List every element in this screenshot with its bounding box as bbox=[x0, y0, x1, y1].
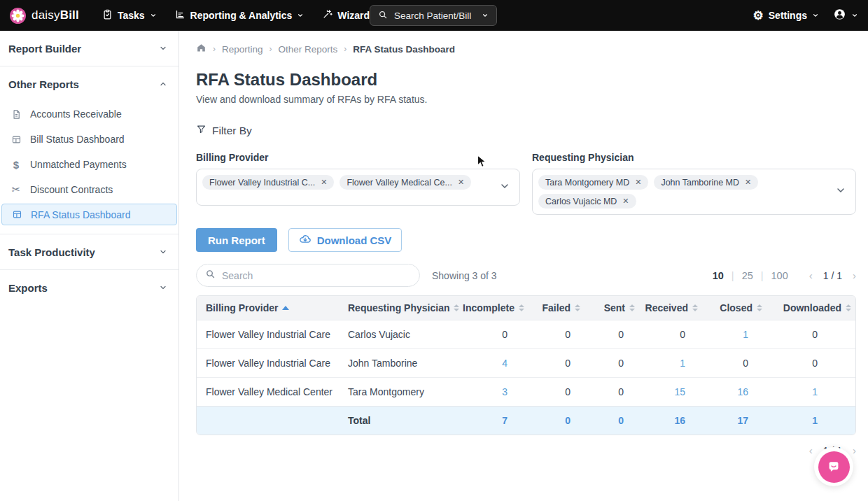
chip-label: Carlos Vujacic MD bbox=[545, 197, 617, 206]
chat-launcher-button[interactable] bbox=[814, 447, 853, 486]
remove-chip-icon[interactable]: ✕ bbox=[321, 178, 327, 187]
sidebar-item-unmatched-payments[interactable]: $ Unmatched Payments bbox=[0, 152, 178, 177]
closed-cell-link[interactable]: 16 bbox=[704, 386, 768, 397]
requesting-physician-select[interactable]: Tara Montgomery MD ✕ John Tamborine MD ✕… bbox=[532, 169, 856, 215]
page-size-separator: | bbox=[761, 270, 764, 281]
magic-wand-icon bbox=[322, 9, 332, 22]
breadcrumb-reporting[interactable]: Reporting bbox=[222, 44, 263, 55]
column-label: Received bbox=[645, 302, 688, 313]
column-downloaded[interactable]: Downloaded bbox=[768, 302, 856, 313]
sidebar: Report Builder Other Reports Accounts Re… bbox=[0, 31, 179, 501]
nav-reporting-analytics[interactable]: Reporting & Analytics bbox=[175, 9, 304, 22]
requesting-physician-cell: John Tamborine bbox=[339, 358, 462, 369]
chevron-down-icon bbox=[159, 283, 167, 292]
sort-asc-icon bbox=[282, 306, 289, 310]
column-sent[interactable]: Sent bbox=[586, 302, 640, 313]
page-subtitle: View and download summary of RFAs by RFA… bbox=[196, 94, 856, 105]
cloud-download-icon bbox=[299, 233, 312, 248]
total-downloaded[interactable]: 1 bbox=[768, 415, 856, 426]
document-icon bbox=[10, 109, 22, 120]
breadcrumb-current: RFA Status Dashboard bbox=[353, 44, 455, 55]
chevron-down-icon[interactable] bbox=[499, 181, 510, 195]
column-billing-provider[interactable]: Billing Provider bbox=[197, 302, 339, 313]
column-closed[interactable]: Closed bbox=[704, 302, 768, 313]
downloaded-cell: 0 bbox=[768, 329, 856, 340]
received-cell-link[interactable]: 15 bbox=[640, 386, 704, 397]
sidebar-section-report-builder[interactable]: Report Builder bbox=[0, 31, 178, 66]
dollar-icon: $ bbox=[10, 159, 22, 171]
sidebar-item-bill-status-dashboard[interactable]: Bill Status Dashboard bbox=[0, 127, 178, 152]
remove-chip-icon[interactable]: ✕ bbox=[635, 178, 641, 187]
sidebar-item-discount-contracts[interactable]: ✂ Discount Contracts bbox=[0, 177, 178, 202]
incomplete-cell: 0 bbox=[462, 329, 530, 340]
column-failed[interactable]: Failed bbox=[530, 302, 586, 313]
nav-settings[interactable]: ⚙ Settings bbox=[753, 10, 819, 22]
sort-icon bbox=[519, 304, 524, 311]
nav-account[interactable] bbox=[833, 8, 858, 23]
brand-name: daisyBill bbox=[31, 8, 79, 22]
column-incomplete[interactable]: Incomplete bbox=[462, 302, 530, 313]
search-patient-bill[interactable]: Search Patient/Bill bbox=[370, 5, 497, 26]
remove-chip-icon[interactable]: ✕ bbox=[622, 197, 629, 206]
scissors-icon: ✂ bbox=[10, 183, 22, 196]
closed-cell-link[interactable]: 1 bbox=[704, 329, 768, 340]
chevron-down-icon[interactable] bbox=[835, 185, 846, 199]
filter-chip: Tara Montgomery MD ✕ bbox=[538, 175, 648, 190]
brand-logo[interactable]: daisyBill bbox=[10, 8, 79, 24]
page-size-25[interactable]: 25 bbox=[742, 270, 753, 281]
filter-by-heading: Filter By bbox=[196, 124, 856, 137]
table-search bbox=[196, 264, 420, 287]
sort-icon bbox=[629, 304, 635, 311]
incomplete-cell-link[interactable]: 3 bbox=[462, 386, 530, 397]
billing-provider-cell: Flower Valley Industrial Care bbox=[197, 358, 339, 369]
total-sent[interactable]: 0 bbox=[586, 415, 640, 426]
nav-settings-label: Settings bbox=[769, 10, 807, 21]
nav-wizard-label: Wizard bbox=[337, 10, 370, 21]
pager-top: ‹ 1 / 1 › bbox=[809, 269, 856, 281]
next-page-icon[interactable]: › bbox=[853, 269, 856, 281]
sidebar-section-task-productivity[interactable]: Task Productivity bbox=[0, 234, 178, 269]
table-search-input[interactable] bbox=[222, 270, 411, 281]
user-account-icon bbox=[833, 8, 846, 23]
nav-tasks[interactable]: Tasks bbox=[102, 9, 157, 22]
billing-provider-label: Billing Provider bbox=[196, 152, 520, 163]
search-icon bbox=[378, 10, 388, 22]
run-report-button[interactable]: Run Report bbox=[196, 228, 277, 252]
sidebar-section-label: Task Productivity bbox=[8, 246, 95, 258]
total-failed[interactable]: 0 bbox=[530, 415, 586, 426]
home-icon[interactable] bbox=[196, 43, 206, 55]
prev-page-icon[interactable]: ‹ bbox=[809, 269, 813, 281]
page-size-100[interactable]: 100 bbox=[771, 270, 788, 281]
received-cell-link[interactable]: 1 bbox=[640, 358, 704, 369]
clipboard-icon bbox=[102, 9, 113, 22]
incomplete-cell-link[interactable]: 4 bbox=[462, 358, 530, 369]
next-page-icon[interactable]: › bbox=[853, 444, 856, 456]
downloaded-cell-link[interactable]: 1 bbox=[768, 386, 856, 397]
column-requesting-physician[interactable]: Requesting Physician bbox=[339, 302, 462, 313]
sidebar-section-other-reports[interactable]: Other Reports bbox=[0, 66, 178, 101]
download-csv-button[interactable]: Download CSV bbox=[288, 228, 402, 252]
column-received[interactable]: Received bbox=[640, 302, 704, 313]
remove-chip-icon[interactable]: ✕ bbox=[745, 178, 751, 187]
sidebar-item-rfa-status-dashboard[interactable]: RFA Status Dashboard bbox=[1, 204, 177, 225]
total-closed[interactable]: 17 bbox=[704, 415, 768, 426]
prev-page-icon[interactable]: ‹ bbox=[809, 444, 813, 456]
sidebar-item-label: RFA Status Dashboard bbox=[31, 209, 130, 220]
sidebar-item-accounts-receivable[interactable]: Accounts Receivable bbox=[0, 101, 178, 127]
sidebar-section-exports[interactable]: Exports bbox=[0, 270, 178, 305]
remove-chip-icon[interactable]: ✕ bbox=[458, 178, 464, 187]
breadcrumb-other-reports[interactable]: Other Reports bbox=[279, 44, 338, 55]
chevron-up-icon bbox=[159, 80, 167, 88]
sort-icon bbox=[692, 304, 698, 311]
failed-cell: 0 bbox=[530, 386, 586, 397]
sidebar-item-label: Bill Status Dashboard bbox=[30, 134, 125, 145]
page-size-10[interactable]: 10 bbox=[713, 270, 724, 281]
chevron-down-icon bbox=[297, 10, 304, 21]
billing-provider-select[interactable]: Flower Valley Industrial C... ✕ Flower V… bbox=[196, 169, 520, 206]
filter-chip: John Tamborine MD ✕ bbox=[654, 175, 758, 190]
total-incomplete[interactable]: 7 bbox=[462, 415, 530, 426]
rfa-status-table: Billing Provider Requesting Physician In… bbox=[196, 295, 856, 435]
downloaded-cell: 0 bbox=[768, 358, 856, 369]
column-label: Incomplete bbox=[463, 302, 514, 313]
total-received[interactable]: 16 bbox=[640, 415, 704, 426]
